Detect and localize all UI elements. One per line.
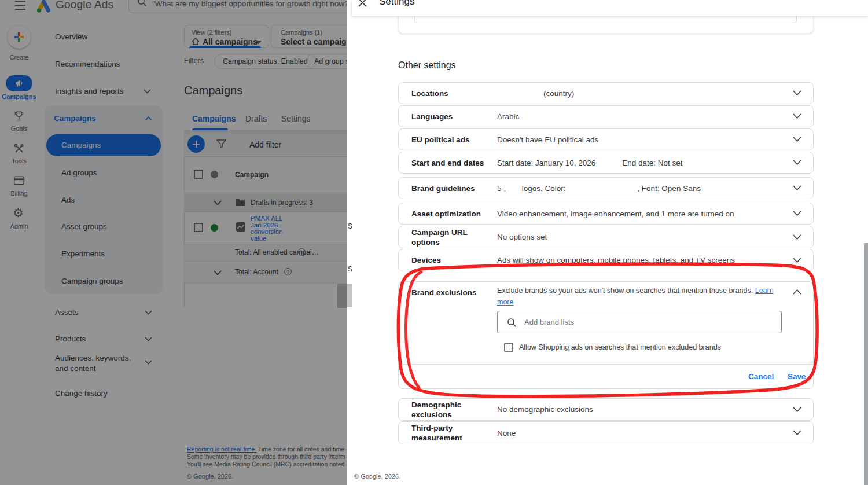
chevron-up-icon[interactable] <box>793 289 801 295</box>
divider <box>399 364 813 365</box>
setting-row-third-party-measurement[interactable]: Third-party measurement None <box>398 421 814 444</box>
add-brand-lists-input[interactable] <box>524 311 773 333</box>
setting-row-eu-political-ads[interactable]: EU political ads Doesn't have EU politic… <box>398 128 814 150</box>
end-date-value: End date: Not set <box>622 159 682 167</box>
row-label: Locations <box>411 89 488 98</box>
setting-row-brand-guidelines[interactable]: Brand guidelines 5 , logos, Color: , Fon… <box>398 177 814 199</box>
setting-row-asset-optimization[interactable]: Asset optimization Video enhancement, im… <box>398 203 814 225</box>
section-title: Other settings <box>398 60 456 71</box>
row-label: Campaign URL options <box>411 227 475 247</box>
allow-shopping-ads-label: Allow Shopping ads on searches that ment… <box>519 343 721 351</box>
scrollbar-thumb[interactable] <box>864 243 868 485</box>
row-value: None <box>497 429 516 438</box>
setting-row-campaign-url-options[interactable]: Campaign URL options No options set <box>398 226 814 248</box>
row-label: Languages <box>411 112 488 122</box>
row-value: Video enhancement, image enhancement, an… <box>497 210 734 218</box>
drawer-title: Settings <box>379 0 414 8</box>
row-label: Devices <box>411 255 488 265</box>
chevron-down-icon[interactable] <box>793 137 801 142</box>
row-label: Third-party measurement <box>411 423 475 443</box>
close-icon[interactable] <box>358 0 367 8</box>
row-value: (country) <box>543 89 574 98</box>
table-scroll-block <box>347 284 352 307</box>
setting-row-demographic-exclusions[interactable]: Demographic exclusions No demographic ex… <box>398 398 814 421</box>
row-label: Demographic exclusions <box>411 400 475 420</box>
brand-guidelines-font: , Font: Open Sans <box>637 184 701 193</box>
chevron-down-icon[interactable] <box>793 407 801 412</box>
description-text: Exclude brands so your ads won't show on… <box>497 286 753 295</box>
row-value: No options set <box>497 233 547 241</box>
chevron-down-icon[interactable] <box>793 430 801 435</box>
drawer-copyright: © Google, 2026. <box>354 473 400 480</box>
cancel-button[interactable]: Cancel <box>748 372 774 381</box>
chevron-down-icon[interactable] <box>793 160 801 165</box>
row-label: Brand guidelines <box>411 183 488 193</box>
chevron-down-icon[interactable] <box>793 185 801 190</box>
row-label: Asset optimization <box>411 209 488 219</box>
drawer-header: Settings <box>352 0 868 16</box>
save-button[interactable]: Save <box>788 372 806 381</box>
brand-guidelines-logos: logos, Color: <box>522 184 566 193</box>
setting-row-start-end-dates[interactable]: Start and end dates Start date: January … <box>398 152 814 174</box>
start-date-value: Start date: January 10, 2026 <box>497 159 595 167</box>
setting-row-devices[interactable]: Devices Ads will show on computers, mobi… <box>398 249 814 271</box>
settings-drawer: Settings Other settings Locations (count… <box>352 0 868 485</box>
row-label: EU political ads <box>411 135 488 145</box>
clipped-column-text: S <box>348 222 352 230</box>
setting-row-languages[interactable]: Languages Arabic <box>398 105 814 127</box>
row-value: Arabic <box>497 112 519 121</box>
row-value: 5 , logos, Color: , Font: Open Sans <box>497 184 701 193</box>
row-label: Brand exclusions <box>411 288 477 297</box>
row-value: Doesn't have EU political ads <box>497 135 598 144</box>
modal-scrim[interactable] <box>0 0 347 485</box>
allow-shopping-ads-checkbox[interactable] <box>504 343 513 352</box>
search-icon <box>507 318 517 328</box>
clipped-column-text: S <box>348 265 352 273</box>
setting-row-brand-exclusions: Brand exclusions Exclude brands so your … <box>398 281 814 389</box>
setting-row-locations[interactable]: Locations (country) <box>398 82 814 104</box>
edge-strip: S S <box>347 0 352 485</box>
row-value: Start date: January 10, 2026 End date: N… <box>497 159 682 167</box>
add-brand-lists-field[interactable] <box>497 311 782 333</box>
chevron-down-icon[interactable] <box>793 113 801 119</box>
row-value: Ads will show on computers, mobile phone… <box>497 256 735 264</box>
row-label: Start and end dates <box>411 158 488 168</box>
screen: Google Ads "What are my biggest opportun… <box>0 0 868 485</box>
chevron-down-icon[interactable] <box>793 258 801 263</box>
brand-guidelines-count: 5 , <box>497 184 506 193</box>
chevron-down-icon[interactable] <box>793 234 801 240</box>
row-value: No demographic exclusions <box>497 405 593 414</box>
chevron-down-icon[interactable] <box>793 211 801 216</box>
chevron-down-icon[interactable] <box>793 90 801 95</box>
